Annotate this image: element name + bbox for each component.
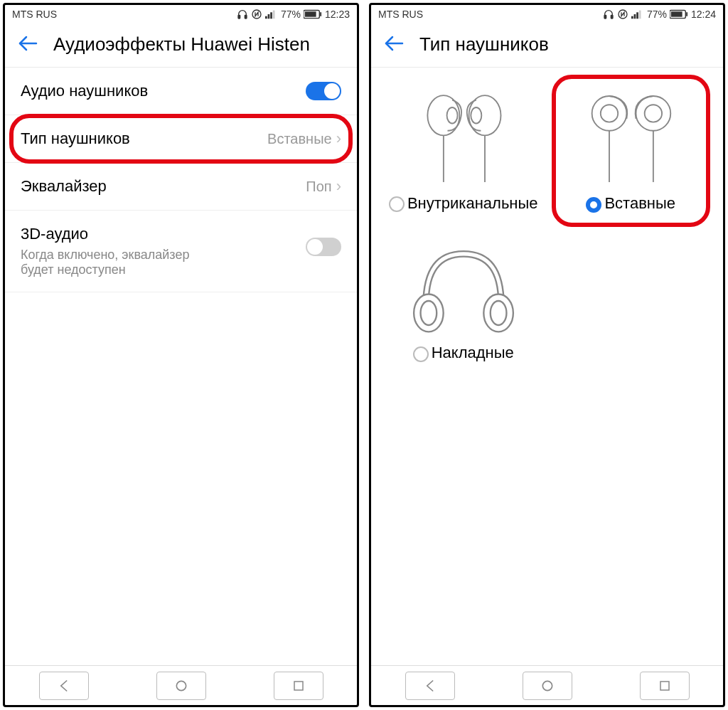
nfc-icon xyxy=(251,9,262,20)
option-label-row: Вставные xyxy=(586,194,675,213)
headphones-icon xyxy=(603,9,614,20)
signal-icon xyxy=(265,9,278,19)
radio-unchecked-icon[interactable] xyxy=(413,346,429,362)
row-value: Поп xyxy=(306,179,331,195)
battery-percent: 77% xyxy=(281,9,301,20)
battery-icon xyxy=(304,9,322,19)
svg-point-10 xyxy=(176,681,186,690)
row-value-group: Поп › xyxy=(306,177,341,196)
svg-point-31 xyxy=(636,96,671,131)
toggle-3d-audio[interactable] xyxy=(306,238,341,256)
svg-point-29 xyxy=(601,105,618,122)
phone-right: MTS RUS 77% 12:24 Тип наушников xyxy=(369,3,725,707)
row-audio-headphones[interactable]: Аудио наушников xyxy=(5,68,357,115)
svg-rect-20 xyxy=(671,11,682,16)
svg-rect-9 xyxy=(320,12,321,16)
svg-rect-1 xyxy=(245,15,247,18)
svg-rect-11 xyxy=(294,682,303,690)
option-label: Вставные xyxy=(604,194,675,213)
back-arrow-icon[interactable] xyxy=(18,35,38,55)
status-bar: MTS RUS 77% 12:23 xyxy=(5,5,357,23)
settings-list: Аудио наушников Тип наушников Вставные ›… xyxy=(5,68,357,665)
svg-rect-13 xyxy=(611,15,613,18)
earbuds-icon xyxy=(577,89,684,189)
row-label: Эквалайзер xyxy=(21,177,107,196)
option-in-ear[interactable]: Внутриканальные xyxy=(380,82,547,220)
option-label-row: Накладные xyxy=(413,344,514,362)
chevron-right-icon: › xyxy=(336,177,341,196)
svg-point-26 xyxy=(471,107,481,124)
row-headphone-type[interactable]: Тип наушников Вставные › xyxy=(5,115,357,163)
svg-rect-16 xyxy=(634,14,636,18)
signal-icon xyxy=(631,9,644,19)
over-ear-icon xyxy=(403,238,524,338)
svg-rect-21 xyxy=(686,12,687,16)
radio-unchecked-icon[interactable] xyxy=(389,196,405,212)
option-label: Накладные xyxy=(432,344,514,362)
page-title: Аудиоэффекты Huawei Histen xyxy=(53,33,310,55)
svg-rect-5 xyxy=(270,12,272,18)
option-over-ear[interactable]: Накладные xyxy=(380,231,547,369)
headphones-icon xyxy=(237,9,248,20)
option-label-row: Внутриканальные xyxy=(389,194,538,213)
app-bar: Тип наушников xyxy=(371,23,723,68)
svg-point-34 xyxy=(414,295,444,332)
svg-rect-17 xyxy=(636,12,638,18)
status-bar: MTS RUS 77% 12:24 xyxy=(371,5,723,23)
row-value-group: Вставные › xyxy=(267,129,341,148)
nav-recent-button[interactable] xyxy=(640,672,690,700)
toggle-audio[interactable] xyxy=(306,82,341,100)
row-value: Вставные xyxy=(267,131,332,147)
svg-rect-6 xyxy=(273,11,275,19)
nav-back-button[interactable] xyxy=(39,672,89,700)
nav-back-button[interactable] xyxy=(405,672,455,700)
carrier-label: MTS RUS xyxy=(12,9,57,20)
option-earbuds[interactable]: Вставные xyxy=(547,82,715,220)
row-text-block: 3D-аудио Когда включено, эквалайзер буде… xyxy=(21,225,220,277)
row-description: Когда включено, эквалайзер будет недосту… xyxy=(21,248,220,277)
nav-home-button[interactable] xyxy=(156,672,206,700)
clock-label: 12:23 xyxy=(325,9,350,20)
svg-rect-0 xyxy=(238,15,240,18)
page-title: Тип наушников xyxy=(419,33,549,55)
svg-rect-15 xyxy=(631,16,633,19)
chevron-right-icon: › xyxy=(336,129,341,148)
svg-point-28 xyxy=(592,96,627,131)
nav-bar xyxy=(5,665,357,705)
app-bar: Аудиоэффекты Huawei Histen xyxy=(5,23,357,68)
battery-icon xyxy=(670,9,688,19)
nav-home-button[interactable] xyxy=(523,672,572,700)
svg-rect-8 xyxy=(305,11,316,16)
svg-point-23 xyxy=(446,107,457,124)
status-right: 77% 12:23 xyxy=(237,9,350,20)
svg-rect-4 xyxy=(268,14,270,18)
option-label: Внутриканальные xyxy=(407,194,538,213)
svg-rect-3 xyxy=(265,16,267,19)
nav-recent-button[interactable] xyxy=(274,672,323,700)
carrier-label: MTS RUS xyxy=(378,9,423,20)
svg-point-38 xyxy=(542,681,552,690)
in-ear-icon xyxy=(410,89,517,189)
phone-left: MTS RUS 77% 12:23 Аудиоэффекты Huawei Hi… xyxy=(3,3,359,707)
row-label: 3D-аудио xyxy=(21,225,220,243)
clock-label: 12:24 xyxy=(691,9,716,20)
radio-checked-icon[interactable] xyxy=(586,197,601,213)
back-arrow-icon[interactable] xyxy=(384,35,404,55)
status-right: 77% 12:24 xyxy=(603,9,716,20)
row-label: Тип наушников xyxy=(21,129,130,148)
nfc-icon xyxy=(617,9,628,20)
svg-point-32 xyxy=(645,105,662,122)
svg-rect-18 xyxy=(639,11,641,19)
svg-rect-39 xyxy=(660,682,669,690)
svg-point-36 xyxy=(483,295,513,332)
headphone-type-grid: Внутриканальные xyxy=(371,68,723,665)
row-equalizer[interactable]: Эквалайзер Поп › xyxy=(5,163,357,211)
nav-bar xyxy=(371,665,723,705)
battery-percent: 77% xyxy=(647,9,667,20)
row-label: Аудио наушников xyxy=(21,82,148,100)
svg-rect-12 xyxy=(604,15,606,18)
row-3d-audio[interactable]: 3D-аудио Когда включено, эквалайзер буде… xyxy=(5,211,357,292)
